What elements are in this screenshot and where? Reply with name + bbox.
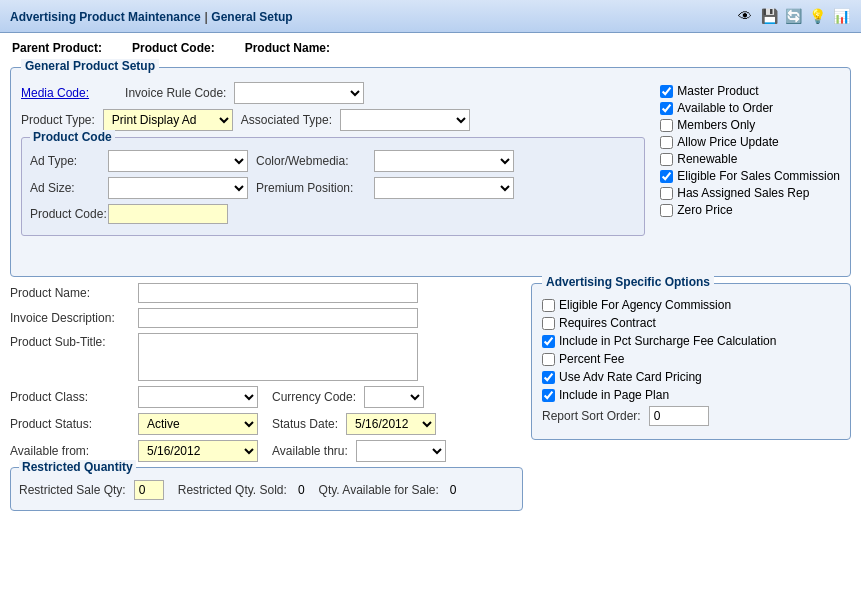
invoice-rule-code-select[interactable] — [234, 82, 364, 104]
general-setup-title: General Product Setup — [21, 59, 159, 73]
refresh-icon[interactable]: 🔄 — [783, 6, 803, 26]
invoice-description-input[interactable] — [138, 308, 418, 328]
product-status-select[interactable]: Active — [138, 413, 258, 435]
renewable-label: Renewable — [677, 152, 737, 166]
requires-contract-checkbox[interactable] — [542, 317, 555, 330]
product-status-label: Product Status: — [10, 417, 130, 431]
adv-rate-card-label: Use Adv Rate Card Pricing — [559, 370, 702, 384]
product-subtitle-label: Product Sub-Title: — [10, 335, 130, 349]
agency-commission-label: Eligible For Agency Commission — [559, 298, 731, 312]
status-date-select[interactable]: 5/16/2012 — [346, 413, 436, 435]
master-product-row: Master Product — [660, 84, 840, 98]
zero-price-label: Zero Price — [677, 203, 732, 217]
page-plan-label: Include in Page Plan — [559, 388, 669, 402]
pct-surcharge-label: Include in Pct Surcharge Fee Calculation — [559, 334, 776, 348]
has-assigned-sales-rep-checkbox[interactable] — [660, 187, 673, 200]
color-webmedia-select[interactable] — [374, 150, 514, 172]
available-thru-select[interactable] — [356, 440, 446, 462]
product-name-label: Product Name: — [245, 41, 330, 55]
report-sort-input[interactable] — [649, 406, 709, 426]
has-assigned-sales-rep-row: Has Assigned Sales Rep — [660, 186, 840, 200]
available-to-order-checkbox[interactable] — [660, 102, 673, 115]
bulb-icon[interactable]: 💡 — [807, 6, 827, 26]
media-code-label[interactable]: Media Code: — [21, 86, 89, 100]
ad-size-select[interactable] — [108, 177, 248, 199]
advertising-options-section: Advertising Specific Options Eligible Fo… — [531, 283, 851, 511]
agency-commission-row: Eligible For Agency Commission — [542, 298, 840, 312]
bottom-left: Product Name: Invoice Description: Produ… — [10, 283, 523, 511]
zero-price-checkbox[interactable] — [660, 204, 673, 217]
color-webmedia-label: Color/Webmedia: — [256, 154, 366, 168]
members-only-checkbox[interactable] — [660, 119, 673, 132]
eligible-sales-commission-checkbox[interactable] — [660, 170, 673, 183]
associated-type-label: Associated Type: — [241, 113, 332, 127]
percent-fee-checkbox[interactable] — [542, 353, 555, 366]
product-name-form-label: Product Name: — [10, 286, 130, 300]
allow-price-update-checkbox[interactable] — [660, 136, 673, 149]
members-only-row: Members Only — [660, 118, 840, 132]
product-name-input[interactable] — [138, 283, 418, 303]
has-assigned-sales-rep-label: Has Assigned Sales Rep — [677, 186, 809, 200]
restricted-sale-qty-input[interactable] — [134, 480, 164, 500]
report-sort-label: Report Sort Order: — [542, 409, 641, 423]
parent-product-label: Parent Product: — [12, 41, 102, 55]
chart-icon[interactable]: 📊 — [831, 6, 851, 26]
restricted-quantity-title: Restricted Quantity — [19, 460, 136, 474]
available-from-label: Available from: — [10, 444, 130, 458]
restricted-sold-value: 0 — [298, 483, 305, 497]
eligible-sales-commission-label: Eligible For Sales Commission — [677, 169, 840, 183]
page-plan-row: Include in Page Plan — [542, 388, 840, 402]
ad-size-label: Ad Size: — [30, 181, 100, 195]
ad-type-select[interactable] — [108, 150, 248, 172]
currency-code-select[interactable] — [364, 386, 424, 408]
agency-commission-checkbox[interactable] — [542, 299, 555, 312]
available-from-select[interactable]: 5/16/2012 — [138, 440, 258, 462]
pct-surcharge-checkbox[interactable] — [542, 335, 555, 348]
requires-contract-label: Requires Contract — [559, 316, 656, 330]
save-icon[interactable]: 💾 — [759, 6, 779, 26]
invoice-rule-code-label: Invoice Rule Code: — [125, 86, 226, 100]
pct-surcharge-row: Include in Pct Surcharge Fee Calculation — [542, 334, 840, 348]
zero-price-row: Zero Price — [660, 203, 840, 217]
page-title: Advertising Product Maintenance | Genera… — [10, 8, 293, 24]
ad-type-label: Ad Type: — [30, 154, 100, 168]
master-product-label: Master Product — [677, 84, 758, 98]
product-class-select[interactable] — [138, 386, 258, 408]
restricted-sale-qty-label: Restricted Sale Qty: — [19, 483, 126, 497]
prod-code-inner-label: Product Code: — [30, 207, 100, 221]
renewable-checkbox[interactable] — [660, 153, 673, 166]
product-type-select[interactable]: Print Display Ad — [103, 109, 233, 131]
associated-type-select[interactable] — [340, 109, 470, 131]
available-for-sale-value: 0 — [450, 483, 457, 497]
restricted-sold-label: Restricted Qty. Sold: — [178, 483, 287, 497]
eye-icon[interactable]: 👁 — [735, 6, 755, 26]
restricted-quantity-section: Restricted Quantity Restricted Sale Qty:… — [10, 467, 523, 511]
renewable-row: Renewable — [660, 152, 840, 166]
product-code-input[interactable] — [108, 204, 228, 224]
header: Advertising Product Maintenance | Genera… — [0, 0, 861, 33]
available-to-order-label: Available to Order — [677, 101, 773, 115]
allow-price-update-row: Allow Price Update — [660, 135, 840, 149]
available-for-sale-label: Qty. Available for Sale: — [319, 483, 439, 497]
toolbar-icons: 👁 💾 🔄 💡 📊 — [735, 6, 851, 26]
page-plan-checkbox[interactable] — [542, 389, 555, 402]
product-code-box: Product Code Ad Type: Color/Webmedia: Ad… — [21, 137, 645, 236]
requires-contract-row: Requires Contract — [542, 316, 840, 330]
adv-rate-card-checkbox[interactable] — [542, 371, 555, 384]
report-sort-row: Report Sort Order: — [542, 406, 840, 426]
eligible-sales-commission-row: Eligible For Sales Commission — [660, 169, 840, 183]
available-thru-label: Available thru: — [272, 444, 348, 458]
general-setup-section: General Product Setup Media Code: Invoic… — [10, 67, 851, 277]
members-only-label: Members Only — [677, 118, 755, 132]
premium-position-select[interactable] — [374, 177, 514, 199]
product-type-label: Product Type: — [21, 113, 95, 127]
currency-code-label: Currency Code: — [272, 390, 356, 404]
allow-price-update-label: Allow Price Update — [677, 135, 778, 149]
product-subtitle-input[interactable] — [138, 333, 418, 381]
adv-rate-card-row: Use Adv Rate Card Pricing — [542, 370, 840, 384]
adv-section-title: Advertising Specific Options — [542, 275, 714, 289]
main-area: General Product Setup Media Code: Invoic… — [0, 63, 861, 515]
bottom-grid: Product Name: Invoice Description: Produ… — [10, 283, 851, 511]
product-code-label: Product Code: — [132, 41, 215, 55]
master-product-checkbox[interactable] — [660, 85, 673, 98]
